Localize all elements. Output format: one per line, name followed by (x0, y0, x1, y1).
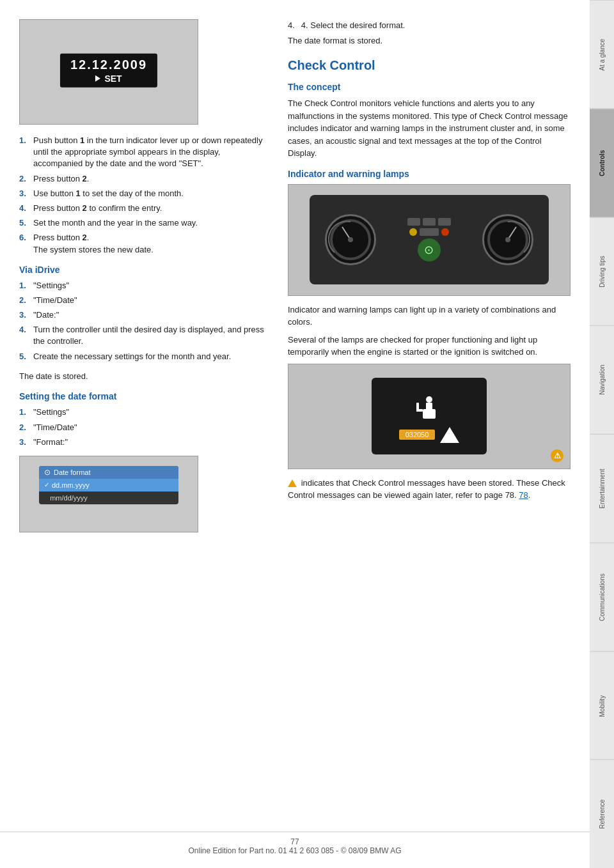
sidebar-tab-controls[interactable]: Controls (590, 109, 614, 217)
step-1-num: 1. (19, 135, 33, 170)
step-2-num: 2. (19, 173, 33, 185)
idrive-step-2: 2. "Time/Date" (19, 295, 269, 306)
svg-point-8 (426, 396, 432, 403)
step4-text: 4.4. Select the desired format. (288, 19, 571, 32)
format-title: ⊙ Date format (39, 466, 178, 479)
cluster-inner: ⊙ (310, 195, 549, 284)
warning-badge: ⚠ (551, 449, 563, 462)
idrive-step-2-text: "Time/Date" (33, 295, 269, 306)
left-column: 12.12.2009 SET 1. Push button 1 in the t… (19, 19, 269, 532)
svg-rect-6 (423, 409, 436, 419)
format-option-2: mm/dd/yyyy (39, 492, 178, 504)
cluster-center-icons: ⊙ (407, 218, 451, 261)
indicator-text1: Indicator and warning lamps can light up… (288, 304, 571, 329)
date-format-steps-list: 1. "Settings" 2. "Time/Date" 3. "Format:… (19, 407, 269, 448)
step-1-text: Push button 1 in the turn indicator leve… (33, 135, 269, 170)
arrow-up-icon (440, 427, 459, 443)
sidebar-tab-mobility[interactable]: Mobility (590, 651, 614, 760)
date-stored-text: The date is stored. (19, 370, 269, 383)
indicator-heading: Indicator and warning lamps (288, 169, 571, 179)
format-screen: ⊙ Date format ✓ dd.mm.yyyy mm/dd/yyyy (39, 466, 178, 504)
step-2-text: Press button 2. (33, 173, 269, 185)
sidebar-tab-entertainment[interactable]: Entertainment (590, 434, 614, 543)
sidebar-tab-at-a-glance[interactable]: At a glance (590, 0, 614, 109)
format-step-2: 2. "Time/Date" (19, 422, 269, 433)
sidebar-tab-navigation[interactable]: Navigation (590, 325, 614, 434)
format-step-2-num: 2. (19, 422, 33, 433)
step-6: 6. Press button 2.The system stores the … (19, 232, 269, 255)
step-6-num: 6. (19, 232, 33, 255)
idrive-steps-list: 1. "Settings" 2. "Time/Date" 3. "Date:" … (19, 280, 269, 362)
date-value: 12.12.2009 (70, 57, 147, 72)
edition-text: Online Edition for Part no. 01 41 2 603 … (188, 846, 401, 855)
main-steps-list: 1. Push button 1 in the turn indicator l… (19, 135, 269, 256)
via-idrive-heading: Via iDrive (19, 265, 269, 275)
warning-lamp-image: 032050 ⚠ (288, 364, 571, 469)
date-format-image: ⊙ Date format ✓ dd.mm.yyyy mm/dd/yyyy (19, 456, 198, 532)
left-gauge (325, 214, 376, 265)
idrive-step-5-num: 5. (19, 351, 33, 362)
instrument-cluster-image: ⊙ (288, 184, 571, 296)
date-screen: 12.12.2009 SET (60, 53, 157, 87)
idrive-step-4-num: 4. (19, 324, 33, 347)
idrive-step-3: 3. "Date:" (19, 309, 269, 321)
format-step-3-num: 3. (19, 437, 33, 448)
setting-date-format-heading: Setting the date format (19, 391, 269, 401)
check-control-heading: Check Control (288, 58, 571, 73)
step-1: 1. Push button 1 in the turn indicator l… (19, 135, 269, 170)
footer: 77 Online Edition for Part no. 01 41 2 6… (0, 832, 590, 855)
format-step-3: 3. "Format:" (19, 437, 269, 448)
step-3-text: Use button 1 to set the day of the month… (33, 188, 269, 199)
step-5-text: Set the month and the year in the same w… (33, 217, 269, 229)
svg-point-2 (348, 237, 353, 242)
step-5: 5. Set the month and the year in the sam… (19, 217, 269, 229)
concept-heading: The concept (288, 82, 571, 92)
step-2: 2. Press button 2. (19, 173, 269, 185)
idrive-step-1-text: "Settings" (33, 280, 269, 291)
step-4: 4. Press button 2 to confirm the entry. (19, 203, 269, 214)
stored-text: The date format is stored. (288, 35, 571, 47)
warning-text: indicates that Check Control messages ha… (288, 477, 571, 502)
sidebar-tab-reference[interactable]: Reference (590, 759, 614, 868)
format-step-3-text: "Format:" (33, 437, 269, 448)
concept-text: The Check Control monitors vehicle funct… (288, 97, 571, 160)
set-label: SET (70, 73, 147, 83)
idrive-step-1-num: 1. (19, 280, 33, 291)
step-3-num: 3. (19, 188, 33, 199)
step-4-num: 4. (19, 203, 33, 214)
main-content: 12.12.2009 SET 1. Push button 1 in the t… (0, 0, 590, 571)
format-step-1-text: "Settings" (33, 407, 269, 418)
format-step-2-text: "Time/Date" (33, 422, 269, 433)
indicator-text2: Several of the lamps are checked for pro… (288, 334, 571, 359)
svg-rect-7 (426, 403, 432, 410)
date-display-image: 12.12.2009 SET (19, 19, 198, 125)
sidebar-tab-communications[interactable]: Communications (590, 543, 614, 651)
page-ref-link[interactable]: 78 (519, 490, 528, 500)
right-column: 4.4. Select the desired format. The date… (288, 19, 571, 532)
step-5-num: 5. (19, 217, 33, 229)
format-step-1: 1. "Settings" (19, 407, 269, 418)
sidebar-tab-driving-tips[interactable]: Driving tips (590, 217, 614, 326)
svg-point-5 (505, 237, 510, 242)
step-4-text: Press button 2 to confirm the entry. (33, 203, 269, 214)
warning-triangle-icon (288, 479, 297, 487)
idrive-step-4-text: Turn the controller until the desired da… (33, 324, 269, 347)
step-3: 3. Use button 1 to set the day of the mo… (19, 188, 269, 199)
oil-lamp-display: 032050 (372, 378, 487, 454)
sidebar: At a glance Controls Driving tips Naviga… (590, 0, 614, 868)
right-gauge (482, 214, 533, 265)
idrive-step-5-text: Create the necessary settings for the mo… (33, 351, 269, 362)
svg-rect-10 (416, 403, 419, 412)
format-step-1-num: 1. (19, 407, 33, 418)
page-number: 77 (290, 837, 299, 846)
idrive-step-1: 1. "Settings" (19, 280, 269, 291)
idrive-step-5: 5. Create the necessary settings for the… (19, 351, 269, 362)
idrive-step-3-text: "Date:" (33, 309, 269, 321)
oil-lamp-icon (413, 390, 445, 422)
format-option-1: ✓ dd.mm.yyyy (39, 479, 178, 492)
idrive-step-4: 4. Turn the controller until the desired… (19, 324, 269, 347)
idrive-step-3-num: 3. (19, 309, 33, 321)
idrive-step-2-num: 2. (19, 295, 33, 306)
step-6-text: Press button 2.The system stores the new… (33, 232, 269, 255)
